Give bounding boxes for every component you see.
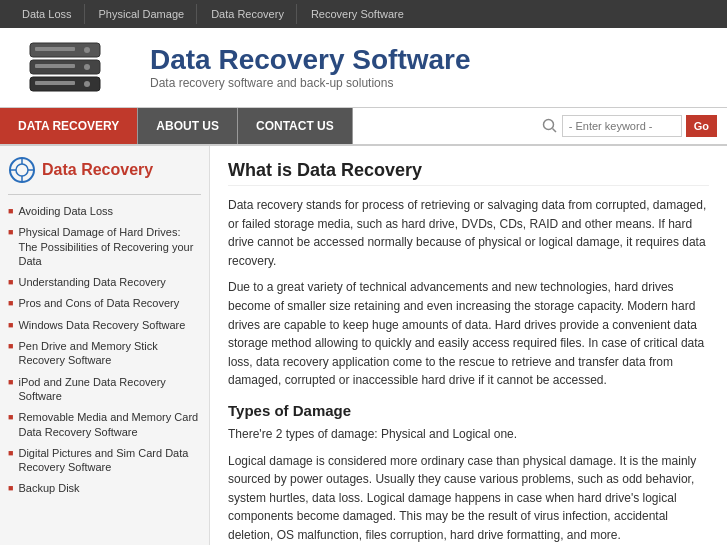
content-paragraph: Due to a great variety of technical adva… xyxy=(228,278,709,390)
secnav-about-us[interactable]: ABOUT US xyxy=(138,108,238,144)
search-bar: Go xyxy=(542,115,727,137)
sidebar-link[interactable]: iPod and Zune Data Recovery Software xyxy=(18,375,201,404)
svg-rect-7 xyxy=(35,64,75,68)
bullet-icon: ■ xyxy=(8,483,13,493)
sidebar-link[interactable]: Understanding Data Recovery xyxy=(18,275,165,289)
bullet-icon: ■ xyxy=(8,227,13,237)
secnav-data-recovery[interactable]: DATA RECOVERY xyxy=(0,108,138,144)
top-navigation: Data Loss Physical Damage Data Recovery … xyxy=(0,0,727,28)
sidebar-link[interactable]: Avoiding Data Loss xyxy=(18,204,113,218)
sidebar-link-item[interactable]: ■ Digital Pictures and Sim Card Data Rec… xyxy=(8,445,201,476)
bullet-icon: ■ xyxy=(8,277,13,287)
sidebar-header: Data Recovery xyxy=(8,156,201,184)
sidebar-link-item[interactable]: ■ Windows Data Recovery Software xyxy=(8,317,201,333)
main-layout: Data Recovery ■ Avoiding Data Loss ■ Phy… xyxy=(0,146,727,545)
content-paragraph: Logical damage is considered more ordina… xyxy=(228,452,709,545)
sidebar-link[interactable]: Pros and Cons of Data Recovery xyxy=(18,296,179,310)
svg-rect-6 xyxy=(35,47,75,51)
topnav-item-recoverysoftware[interactable]: Recovery Software xyxy=(299,4,416,24)
sidebar-link-item[interactable]: ■ Pen Drive and Memory Stick Recovery So… xyxy=(8,338,201,369)
bullet-icon: ■ xyxy=(8,448,13,458)
sidebar-link[interactable]: Removable Media and Memory Card Data Rec… xyxy=(18,410,201,439)
site-subtitle: Data recovery software and back-up solut… xyxy=(150,76,717,90)
sidebar-link[interactable]: Digital Pictures and Sim Card Data Recov… xyxy=(18,446,201,475)
sidebar-link-item[interactable]: ■ Backup Disk xyxy=(8,480,201,496)
bullet-icon: ■ xyxy=(8,377,13,387)
sidebar-link-item[interactable]: ■ Pros and Cons of Data Recovery xyxy=(8,295,201,311)
svg-point-12 xyxy=(16,164,28,176)
sidebar: Data Recovery ■ Avoiding Data Loss ■ Phy… xyxy=(0,146,210,545)
topnav-item-physicaldamage[interactable]: Physical Damage xyxy=(87,4,198,24)
bullet-icon: ■ xyxy=(8,206,13,216)
topnav-item-dataloss[interactable]: Data Loss xyxy=(10,4,85,24)
secnav-contact-us[interactable]: CONTACT US xyxy=(238,108,353,144)
search-icon xyxy=(542,118,558,134)
sidebar-divider xyxy=(8,194,201,195)
secondary-navigation: DATA RECOVERY ABOUT US CONTACT US Go xyxy=(0,108,727,146)
svg-line-10 xyxy=(552,129,556,133)
search-button[interactable]: Go xyxy=(686,115,717,137)
sidebar-title: Data Recovery xyxy=(42,161,153,179)
content-paragraph: Data recovery stands for process of retr… xyxy=(228,196,709,270)
sidebar-link-item[interactable]: ■ iPod and Zune Data Recovery Software xyxy=(8,374,201,405)
site-title: Data Recovery Software xyxy=(150,45,717,76)
sidebar-link-item[interactable]: ■ Removable Media and Memory Card Data R… xyxy=(8,409,201,440)
sidebar-link[interactable]: Physical Damage of Hard Drives: The Poss… xyxy=(18,225,201,268)
header-text-block: Data Recovery Software Data recovery sof… xyxy=(140,45,717,90)
sidebar-link-item[interactable]: ■ Understanding Data Recovery xyxy=(8,274,201,290)
section1-heading: Types of Damage xyxy=(228,402,709,419)
bullet-icon: ■ xyxy=(8,341,13,351)
topnav-item-datarecovery[interactable]: Data Recovery xyxy=(199,4,297,24)
svg-point-4 xyxy=(84,64,90,70)
sidebar-icon xyxy=(8,156,36,184)
search-input[interactable] xyxy=(562,115,682,137)
sidebar-link[interactable]: Pen Drive and Memory Stick Recovery Soft… xyxy=(18,339,201,368)
sidebar-link-item[interactable]: ■ Avoiding Data Loss xyxy=(8,203,201,219)
content-paragraph: There're 2 types of damage: Physical and… xyxy=(228,425,709,444)
main-content: What is Data Recovery Data recovery stan… xyxy=(210,146,727,545)
bullet-icon: ■ xyxy=(8,298,13,308)
sidebar-link[interactable]: Windows Data Recovery Software xyxy=(18,318,185,332)
svg-point-3 xyxy=(84,47,90,53)
bullet-icon: ■ xyxy=(8,320,13,330)
site-header: Data Recovery Software Data recovery sof… xyxy=(0,28,727,108)
sidebar-link-item[interactable]: ■ Physical Damage of Hard Drives: The Po… xyxy=(8,224,201,269)
main-heading: What is Data Recovery xyxy=(228,160,709,186)
svg-point-9 xyxy=(543,120,553,130)
sidebar-link[interactable]: Backup Disk xyxy=(18,481,79,495)
svg-point-5 xyxy=(84,81,90,87)
site-logo xyxy=(10,35,140,100)
svg-rect-8 xyxy=(35,81,75,85)
bullet-icon: ■ xyxy=(8,412,13,422)
